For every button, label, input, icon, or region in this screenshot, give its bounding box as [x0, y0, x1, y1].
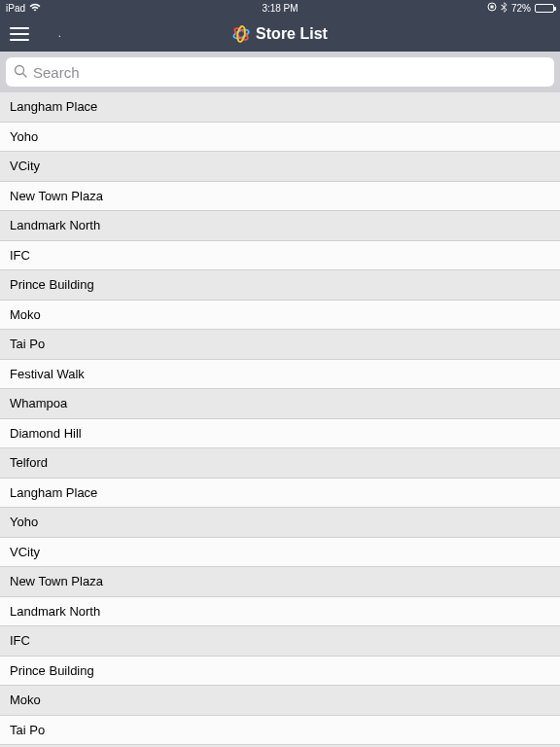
- store-name: New Town Plaza: [10, 574, 103, 588]
- list-item[interactable]: Landmark North: [0, 211, 560, 241]
- list-item[interactable]: Tai Po: [0, 716, 560, 746]
- list-item[interactable]: Festival Walk: [0, 360, 560, 390]
- store-name: Tai Po: [10, 337, 45, 351]
- menu-button[interactable]: [10, 27, 29, 41]
- store-name: Prince Building: [10, 663, 94, 678]
- store-list: Langham PlaceYohoVCityNew Town PlazaLand…: [0, 92, 560, 745]
- store-name: Prince Building: [10, 277, 94, 292]
- list-item[interactable]: Langham Place: [0, 92, 560, 123]
- svg-line-5: [23, 73, 27, 77]
- nav-bar: . Store List: [0, 16, 560, 52]
- store-name: IFC: [10, 248, 30, 263]
- list-item[interactable]: Diamond Hill: [0, 419, 560, 449]
- list-item[interactable]: Landmark North: [0, 597, 560, 627]
- search-icon: [14, 64, 27, 81]
- store-name: Yoho: [10, 129, 38, 144]
- list-item[interactable]: IFC: [0, 241, 560, 271]
- status-bar: iPad 3:18 PM 72%: [0, 0, 560, 16]
- page-title: Store List: [256, 25, 328, 43]
- store-name: Whampoa: [10, 396, 67, 410]
- list-item[interactable]: Tai Po: [0, 330, 560, 360]
- status-time: 3:18 PM: [262, 3, 298, 14]
- list-item[interactable]: Yoho: [0, 508, 560, 538]
- store-name: Festival Walk: [10, 367, 85, 381]
- store-name: Langham Place: [10, 99, 97, 114]
- store-name: Moko: [10, 307, 41, 322]
- orientation-lock-icon: [487, 2, 497, 14]
- store-name: Telford: [10, 455, 48, 470]
- search-box[interactable]: [6, 57, 554, 87]
- list-item[interactable]: VCity: [0, 538, 560, 568]
- store-name: Langham Place: [10, 485, 97, 500]
- bluetooth-icon: [501, 2, 508, 15]
- app-logo-icon: [232, 25, 250, 43]
- store-name: Moko: [10, 693, 41, 707]
- search-input[interactable]: [33, 64, 546, 81]
- dot-indicator: .: [58, 28, 61, 39]
- store-name: VCity: [10, 159, 40, 173]
- list-item[interactable]: Moko: [0, 301, 560, 331]
- list-item[interactable]: Telford: [0, 448, 560, 479]
- list-item[interactable]: IFC: [0, 626, 560, 657]
- store-name: Yoho: [10, 515, 38, 529]
- store-name: Landmark North: [10, 604, 100, 619]
- store-name: IFC: [10, 633, 30, 648]
- battery-percent: 72%: [511, 3, 531, 14]
- list-item[interactable]: Prince Building: [0, 270, 560, 301]
- list-item[interactable]: Yoho: [0, 123, 560, 153]
- list-item[interactable]: Prince Building: [0, 657, 560, 687]
- battery-icon: [535, 4, 554, 13]
- list-item[interactable]: New Town Plaza: [0, 567, 560, 597]
- svg-point-2: [233, 26, 250, 42]
- store-name: VCity: [10, 545, 40, 559]
- list-item[interactable]: New Town Plaza: [0, 182, 560, 212]
- status-left: iPad: [6, 3, 41, 14]
- status-right: 72%: [487, 2, 554, 15]
- store-name: Diamond Hill: [10, 426, 82, 441]
- list-item[interactable]: Langham Place: [0, 479, 560, 509]
- nav-title-wrap: Store List: [232, 25, 328, 43]
- store-name: New Town Plaza: [10, 189, 103, 203]
- store-name: Landmark North: [10, 218, 100, 232]
- list-item[interactable]: VCity: [0, 152, 560, 182]
- list-item[interactable]: Whampoa: [0, 389, 560, 419]
- wifi-icon: [29, 3, 41, 14]
- device-label: iPad: [6, 3, 25, 14]
- search-bar: [0, 52, 560, 92]
- store-name: Tai Po: [10, 723, 45, 737]
- list-item[interactable]: Moko: [0, 686, 560, 716]
